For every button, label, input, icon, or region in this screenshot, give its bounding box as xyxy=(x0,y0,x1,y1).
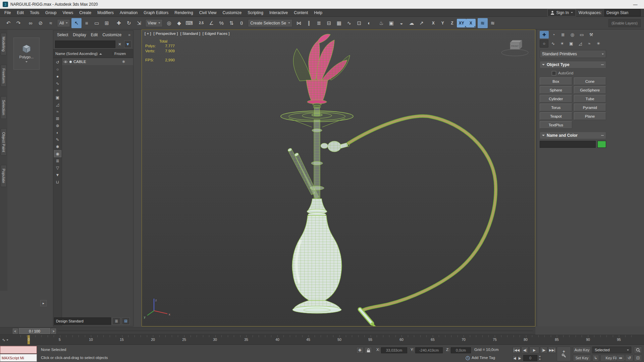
display-tab-button[interactable]: ▭ xyxy=(577,31,586,39)
next-frame-slider-button[interactable]: > xyxy=(51,328,56,334)
unlink-selection-button[interactable]: ⊘ xyxy=(36,18,46,28)
autogrid-checkbox[interactable]: AutoGrid xyxy=(552,70,606,76)
maxscript-mini-listener[interactable]: MAXScript Mi xyxy=(0,354,37,362)
space-warps-category-button[interactable]: ≈ xyxy=(585,40,594,48)
pyramid-button[interactable]: Pyramid xyxy=(574,104,606,111)
constrain-z-button[interactable]: Z xyxy=(447,19,457,27)
utilities-tab-button[interactable]: ⚒ xyxy=(587,31,596,39)
minimize-button[interactable]: — xyxy=(629,2,641,7)
name-color-rollout-header[interactable]: Name and Color xyxy=(540,132,606,139)
tube-button[interactable]: Tube xyxy=(574,95,606,103)
material-editor-button[interactable]: ◐ xyxy=(364,18,374,28)
select-and-scale-button[interactable]: ⇲ xyxy=(134,18,144,28)
clear-search-icon[interactable]: ✕ xyxy=(117,41,123,47)
align-button[interactable]: ∥ xyxy=(304,18,314,28)
name-column-header[interactable]: Name (Sorted Ascending) xyxy=(53,52,112,56)
display-frozen-button[interactable]: ✱ xyxy=(54,143,61,150)
scene-explorer-search-input[interactable] xyxy=(55,41,115,48)
maximize-viewport-button[interactable]: ⊡ xyxy=(634,355,642,361)
textplus-button[interactable]: TextPlus xyxy=(540,121,572,129)
track-bar[interactable]: ∿ 05101520253035404550556065707580859095 xyxy=(0,335,644,345)
layer-list-a-button[interactable]: ≋ xyxy=(478,18,488,28)
menu-create[interactable]: Create xyxy=(76,9,94,17)
zoom-button[interactable] xyxy=(634,347,642,353)
constrain-xy-plane-button[interactable]: XY xyxy=(457,19,466,27)
menu-edit[interactable]: Edit xyxy=(14,9,27,17)
helpers-category-button[interactable]: ◿ xyxy=(576,40,585,48)
next-frame-step-button[interactable]: ▶ xyxy=(518,355,522,361)
torus-button[interactable]: Torus xyxy=(540,104,572,111)
go-to-end-button[interactable]: ▶▶| xyxy=(548,347,556,353)
enable-layers-button[interactable]: (Enable Layers) xyxy=(608,19,641,27)
cameras-category-button[interactable]: ▣ xyxy=(567,40,576,48)
menu-tools[interactable]: Tools xyxy=(27,9,42,17)
select-and-move-button[interactable]: ✚ xyxy=(114,18,124,28)
menu-help[interactable]: Help xyxy=(311,9,325,17)
time-slider-groove[interactable] xyxy=(58,331,533,332)
object-color-swatch[interactable] xyxy=(597,141,606,148)
previous-frame-button[interactable]: ◀| xyxy=(521,347,529,353)
se-menu-display[interactable]: Display xyxy=(70,33,88,37)
layers-list-icon[interactable]: ≣ xyxy=(112,317,120,325)
ribbon-expand-button[interactable]: ▸ xyxy=(40,300,47,306)
named-selection-set-dropdown[interactable]: Create Selection Se xyxy=(248,19,292,27)
display-materials-button[interactable]: ◐ xyxy=(54,129,61,136)
systems-category-button[interactable]: ✳ xyxy=(594,40,603,48)
open-autodesk-viewer-button[interactable]: ↗ xyxy=(417,18,427,28)
set-keys-button[interactable]: + xyxy=(557,347,571,361)
toggle-layer-explorer-button[interactable]: ⊟ xyxy=(324,18,334,28)
display-bones-button[interactable]: ✎ xyxy=(54,136,61,143)
frame-spinner[interactable]: ▲ ▼ xyxy=(538,355,542,361)
explorer-window-icon[interactable]: ⊞ xyxy=(122,317,130,325)
menu-animation[interactable]: Animation xyxy=(117,9,141,17)
list-view-button[interactable]: ≣ xyxy=(54,157,61,164)
polygon-modeling-panel[interactable]: Polygo... xyxy=(13,38,40,70)
lights-category-button[interactable]: ☀ xyxy=(558,40,567,48)
keyboard-shortcut-override-button[interactable]: ⌨ xyxy=(184,18,194,28)
use-pivot-point-center-button[interactable]: ◎ xyxy=(164,18,174,28)
filter-button[interactable]: ▼ xyxy=(54,171,61,178)
time-slider[interactable]: < 0 / 100 > xyxy=(0,327,535,335)
orbit-button[interactable]: ↺ xyxy=(625,355,633,361)
sign-in-button[interactable]: Sign In xyxy=(547,9,576,16)
preset-field[interactable] xyxy=(54,317,111,325)
play-animation-button[interactable]: ▶ xyxy=(529,347,539,353)
viewport-pov-menu[interactable]: [ Perspective ] xyxy=(154,32,178,36)
ribbon-tab-freeform[interactable]: Freeform xyxy=(1,65,7,87)
previous-frame-slider-button[interactable]: < xyxy=(13,328,18,334)
object-type-rollout-header[interactable]: Object Type xyxy=(540,61,606,68)
reference-coordinate-dropdown[interactable]: View xyxy=(145,19,163,27)
select-and-manipulate-button[interactable]: ◆ xyxy=(174,18,184,28)
schematic-view-button[interactable]: ⊡ xyxy=(354,18,364,28)
sphere-button[interactable]: Sphere xyxy=(540,86,572,94)
angle-snap-button[interactable]: ∠ xyxy=(206,18,216,28)
layer-list-b-button[interactable]: ≋ xyxy=(488,18,498,28)
pick-container-button[interactable]: ⊔ xyxy=(54,178,61,185)
set-key-button[interactable]: Set Key xyxy=(573,355,591,361)
undo-button[interactable]: ↶ xyxy=(3,18,13,28)
render-production-button[interactable]: ◒ xyxy=(396,18,407,28)
display-hidden-button[interactable]: ◉ xyxy=(54,150,61,157)
motion-tab-button[interactable]: ◎ xyxy=(568,31,577,39)
mirror-button[interactable]: ⋈ xyxy=(294,18,304,28)
table-row[interactable]: CABLE ✱ xyxy=(62,58,133,66)
display-cameras-button[interactable]: ▣ xyxy=(54,94,61,101)
graphite-modeling-ribbon-button[interactable]: ▦ xyxy=(334,18,344,28)
bind-to-space-warp-button[interactable]: ≈ xyxy=(46,18,56,28)
toggle-scene-explorer-button[interactable]: ≣ xyxy=(314,18,324,28)
coord-y-field[interactable]: -240,419cm xyxy=(415,347,443,353)
menu-content[interactable]: Content xyxy=(291,9,311,17)
se-menu-edit[interactable]: Edit xyxy=(89,33,100,37)
teapot-button[interactable]: Teapot xyxy=(540,112,572,120)
viewport-general-menu[interactable]: [ + ] xyxy=(145,32,151,36)
create-tab-button[interactable]: ✚ xyxy=(540,31,549,39)
hierarchy-tab-button[interactable]: ≣ xyxy=(558,31,568,39)
viewport-faces-menu[interactable]: [ Edged Faces ] xyxy=(203,32,230,36)
pan-view-button[interactable]: ⇹ xyxy=(616,355,625,361)
menu-scripting[interactable]: Scripting xyxy=(245,9,266,17)
current-frame-field[interactable]: 0 xyxy=(523,355,537,361)
spinner-snap-button[interactable]: ⇅ xyxy=(226,18,236,28)
sync-selection-button[interactable]: ↺ xyxy=(54,59,61,66)
render-in-cloud-button[interactable]: ☁ xyxy=(407,18,417,28)
se-menu-select[interactable]: Select xyxy=(55,33,70,37)
